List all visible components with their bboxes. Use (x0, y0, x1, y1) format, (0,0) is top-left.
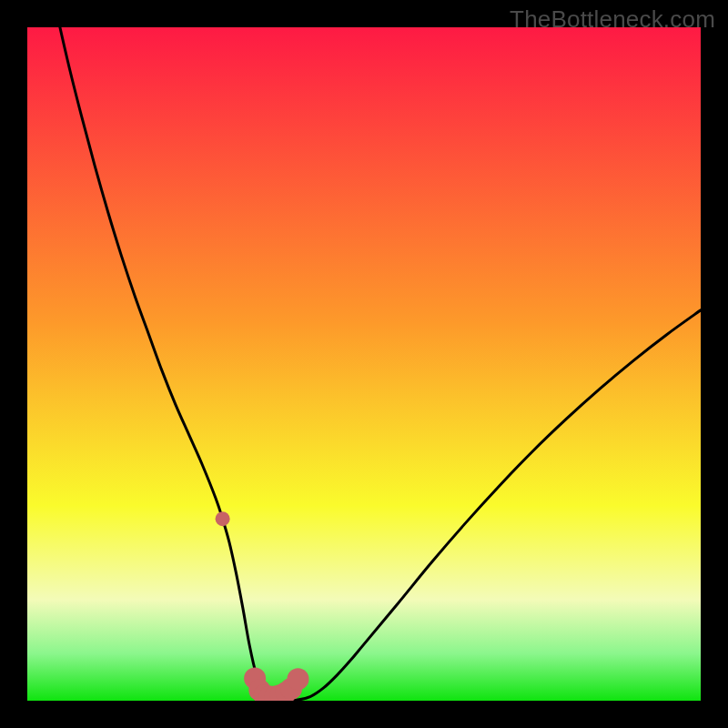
chart-frame (27, 27, 701, 701)
watermark-text: TheBottleneck.com (510, 5, 715, 34)
bottleneck-curve-chart (27, 27, 701, 701)
gradient-background (27, 27, 701, 701)
marker-dot (216, 511, 230, 526)
marker-dot (287, 668, 308, 690)
